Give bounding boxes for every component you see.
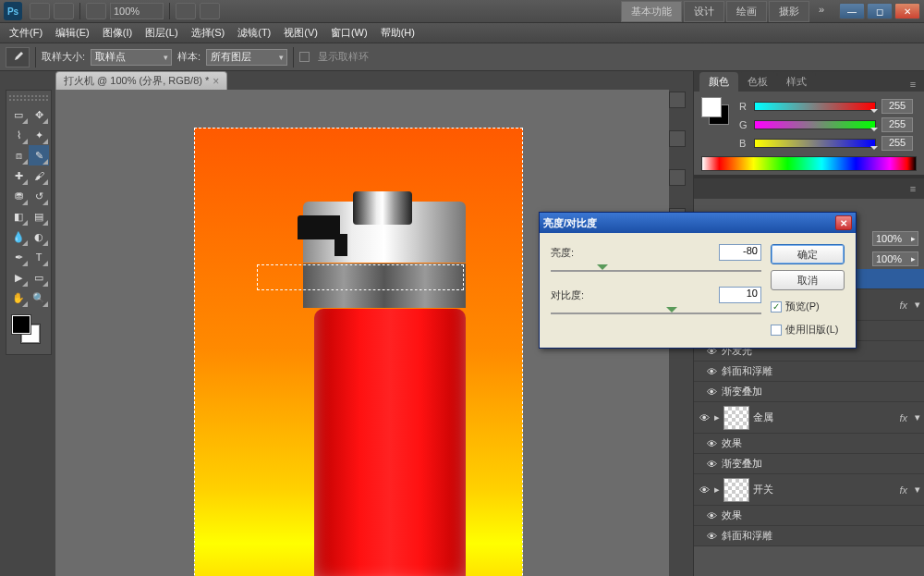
preview-checkbox[interactable]: ✓: [771, 301, 782, 313]
blur-tool-icon[interactable]: 💧: [8, 227, 29, 247]
dialog-titlebar[interactable]: 亮度/对比度 ✕: [540, 213, 856, 233]
fx-expand-icon[interactable]: ▾: [915, 299, 920, 311]
legacy-checkbox-row[interactable]: 使用旧版(L): [771, 323, 845, 337]
visibility-eye-icon[interactable]: 👁: [698, 484, 711, 496]
pen-tool-icon[interactable]: ✒: [8, 247, 29, 267]
layer-thumbnail[interactable]: [723, 406, 749, 430]
workspace-more-icon[interactable]: »: [811, 1, 832, 22]
fx-badge[interactable]: fx: [899, 300, 907, 311]
workspace-tab-painting[interactable]: 绘画: [726, 1, 767, 22]
g-slider[interactable]: [754, 120, 876, 129]
menu-select[interactable]: 选择(S): [188, 24, 229, 42]
visibility-eye-icon[interactable]: 👁: [705, 438, 718, 449]
sample-size-combo[interactable]: 取样点: [91, 49, 172, 66]
menu-window[interactable]: 窗口(W): [327, 24, 371, 42]
tab-styles[interactable]: 样式: [777, 72, 816, 92]
effect-item[interactable]: 👁斜面和浮雕: [694, 362, 924, 382]
menu-file[interactable]: 文件(F): [6, 24, 46, 42]
screen-mode-icon[interactable]: [86, 3, 106, 19]
layer-thumbnail[interactable]: [723, 478, 749, 502]
window-minimize-button[interactable]: —: [839, 3, 865, 19]
current-tool-eyedropper-icon[interactable]: [6, 47, 30, 67]
move-tool-icon[interactable]: ✥: [29, 104, 49, 125]
layer-row[interactable]: 👁▸金属fx▾: [694, 402, 924, 434]
layer-name[interactable]: 金属: [753, 411, 773, 424]
effect-item[interactable]: 👁渐变叠加: [694, 382, 924, 402]
eraser-tool-icon[interactable]: ◧: [8, 206, 29, 227]
expand-triangle-icon[interactable]: ▸: [714, 411, 720, 423]
show-ring-checkbox[interactable]: [299, 52, 310, 62]
heal-tool-icon[interactable]: ✚: [8, 165, 29, 186]
effect-item[interactable]: 👁斜面和浮雕: [694, 526, 924, 546]
sample-combo[interactable]: 所有图层: [206, 49, 287, 66]
zoom-combo[interactable]: 100%: [110, 3, 164, 19]
brightness-slider[interactable]: [551, 264, 761, 277]
dodge-tool-icon[interactable]: ◐: [29, 227, 49, 247]
lasso-tool-icon[interactable]: ⌇: [8, 125, 29, 145]
stamp-tool-icon[interactable]: ⛃: [8, 186, 29, 206]
visibility-eye-icon[interactable]: 👁: [705, 510, 718, 521]
history-brush-icon[interactable]: ↺: [29, 186, 49, 206]
menu-layer[interactable]: 图层(L): [141, 24, 181, 42]
wand-tool-icon[interactable]: ✦: [29, 125, 49, 145]
adjustments-panel-collapsed[interactable]: ≡: [694, 178, 924, 199]
gradient-tool-icon[interactable]: ▤: [29, 206, 49, 227]
foreground-swatch[interactable]: [12, 315, 30, 334]
menu-image[interactable]: 图像(I): [99, 24, 136, 42]
window-close-button[interactable]: ✕: [894, 3, 920, 19]
dock-properties-icon[interactable]: [669, 169, 686, 186]
panel-menu-icon[interactable]: ≡: [906, 77, 920, 92]
r-slider[interactable]: [754, 102, 876, 111]
menu-view[interactable]: 视图(V): [280, 24, 322, 42]
document-tab[interactable]: 打火机 @ 100% (分界, RGB/8) * ×: [55, 71, 227, 90]
spectrum-ramp[interactable]: [701, 156, 917, 171]
color-swatches[interactable]: [8, 313, 49, 350]
fx-badge[interactable]: fx: [899, 484, 907, 496]
dock-actions-icon[interactable]: [669, 130, 686, 147]
contrast-input[interactable]: 10: [719, 287, 761, 303]
contrast-slider[interactable]: [551, 307, 761, 320]
visibility-eye-icon[interactable]: 👁: [705, 459, 718, 470]
path-select-icon[interactable]: ▶: [8, 267, 29, 288]
fill-field[interactable]: 100%: [872, 251, 918, 266]
marquee-tool-icon[interactable]: ▭: [8, 104, 29, 125]
color-preview[interactable]: [701, 97, 731, 127]
panel-menu-icon[interactable]: ≡: [906, 181, 920, 196]
brush-tool-icon[interactable]: 🖌: [29, 165, 49, 186]
effect-item[interactable]: 👁渐变叠加: [694, 454, 924, 474]
g-value[interactable]: 255: [881, 117, 913, 132]
b-value[interactable]: 255: [881, 136, 913, 151]
type-tool-icon[interactable]: T: [29, 247, 49, 267]
tab-color[interactable]: 颜色: [699, 72, 738, 92]
visibility-eye-icon[interactable]: 👁: [705, 386, 718, 398]
layer-name[interactable]: 开关: [753, 483, 773, 496]
workspace-tab-design[interactable]: 设计: [684, 1, 724, 22]
shape-tool-icon[interactable]: ▭: [29, 267, 49, 288]
effects-header[interactable]: 👁效果: [694, 506, 924, 526]
menu-help[interactable]: 帮助(H): [377, 24, 419, 42]
visibility-eye-icon[interactable]: 👁: [705, 531, 718, 542]
tab-swatches[interactable]: 色板: [738, 72, 777, 92]
fg-color-icon[interactable]: [701, 97, 722, 117]
zoom-tool-icon[interactable]: 🔍: [29, 288, 49, 308]
menu-edit[interactable]: 编辑(E): [52, 24, 93, 42]
b-slider[interactable]: [754, 139, 876, 148]
visibility-eye-icon[interactable]: 👁: [705, 366, 718, 377]
workspace-tab-photography[interactable]: 摄影: [769, 1, 809, 22]
crop-tool-icon[interactable]: ⧈: [8, 145, 29, 165]
workspace-tab-essentials[interactable]: 基本功能: [621, 1, 682, 22]
dialog-close-button[interactable]: ✕: [835, 215, 852, 230]
menu-filter[interactable]: 滤镜(T): [234, 24, 274, 42]
cancel-button[interactable]: 取消: [771, 270, 845, 290]
r-value[interactable]: 255: [881, 99, 913, 114]
visibility-eye-icon[interactable]: 👁: [698, 412, 711, 423]
window-maximize-button[interactable]: ◻: [867, 3, 893, 19]
hand-tool-icon[interactable]: ✋: [8, 288, 29, 308]
brightness-input[interactable]: -80: [719, 244, 761, 261]
opacity-field[interactable]: 100%: [872, 231, 918, 246]
bridge-icon[interactable]: [30, 3, 50, 19]
dock-history-icon[interactable]: [669, 92, 686, 108]
extras-icon[interactable]: [200, 3, 220, 19]
fx-expand-icon[interactable]: ▾: [915, 484, 920, 496]
fx-badge[interactable]: fx: [899, 412, 907, 423]
